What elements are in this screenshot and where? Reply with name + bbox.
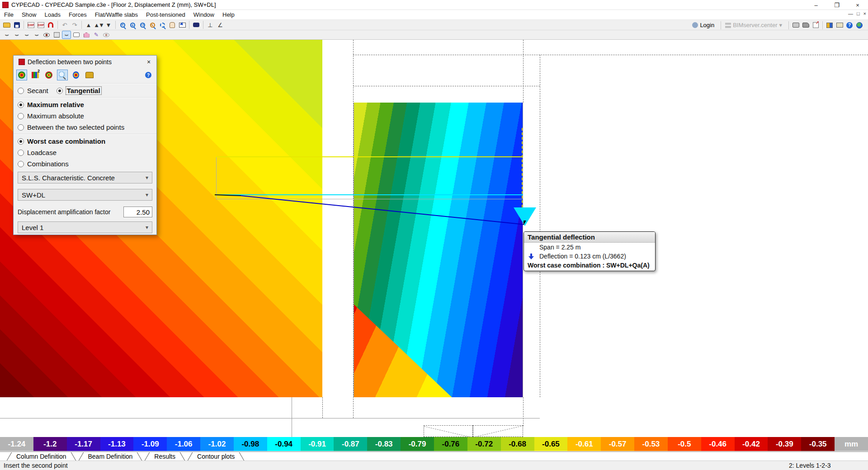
search-binoculars-icon[interactable] (192, 21, 201, 29)
resources-icon[interactable] (825, 21, 834, 29)
menu-file[interactable]: File (0, 10, 18, 19)
radio-worst-case-combination[interactable]: Worst case combination (14, 136, 156, 147)
level-dropdown[interactable]: Level 1 ▾ (18, 221, 152, 233)
color-map-icon[interactable] (71, 70, 81, 80)
dialog-close-icon[interactable]: × (144, 58, 154, 66)
deflection-arrow-icon[interactable]: ⌣ (12, 31, 21, 39)
mesh-forces-icon[interactable] (52, 31, 61, 39)
undo-icon[interactable]: ↶ (60, 21, 69, 29)
menu-loads[interactable]: Loads (40, 10, 64, 19)
status-message: Insert the second point (4, 462, 68, 469)
tab-column-definition[interactable]: Column Definition (14, 452, 69, 461)
bimserver-grid-icon[interactable] (723, 21, 732, 29)
amplification-input[interactable] (123, 207, 152, 217)
deflection-shape-icon[interactable]: ⌣ (2, 31, 11, 39)
deflection-between-two-points-icon[interactable]: ⌣ (62, 31, 71, 39)
minimize-button[interactable]: – (806, 0, 826, 10)
tab-results[interactable]: Results (151, 452, 178, 461)
object-snap-magnet-icon[interactable] (46, 21, 55, 29)
menu-post-tensioned[interactable]: Post-tensioned (142, 10, 189, 19)
go-to-floor-icon[interactable]: ▲▼ (94, 21, 103, 29)
login-button[interactable]: Login (700, 22, 714, 28)
beam-deflection-alt-icon[interactable]: ⌣ (32, 31, 41, 39)
dxf-templates-icon[interactable]: DXF (26, 21, 35, 29)
snapshot-icon[interactable] (801, 21, 810, 29)
radio-secant[interactable]: Secant (18, 87, 48, 94)
plan-line-vertical (292, 397, 292, 437)
menu-flat-waffle-slabs[interactable]: Flat/Waffle slabs (91, 10, 142, 19)
loadcase-dropdown[interactable]: SW+DL ▾ (18, 189, 152, 201)
menu-show[interactable]: Show (18, 10, 41, 19)
bimserver-caret-icon[interactable]: ▾ (779, 22, 782, 28)
radio-loadcase[interactable]: Loadcase (14, 147, 156, 158)
orthogonal-icon[interactable]: ⊥ (206, 21, 215, 29)
print-icon[interactable] (791, 21, 800, 29)
menu-window[interactable]: Window (189, 10, 218, 19)
tab-beam-definition[interactable]: Beam Definition (85, 452, 136, 461)
filled-contour-icon[interactable] (16, 70, 27, 80)
mdi-window-buttons[interactable]: —□× (848, 11, 866, 16)
mdi-close-icon[interactable]: × (863, 11, 866, 16)
down-arrow-icon (528, 254, 534, 259)
annotate-pen-icon[interactable]: ✎ (92, 31, 101, 39)
radio-combinations[interactable]: Combinations (14, 158, 156, 169)
save-icon[interactable] (12, 21, 21, 29)
zoom-previous-icon[interactable]: R (118, 21, 127, 29)
section-diagram-icon[interactable] (30, 70, 41, 80)
deflection-baseline (215, 194, 523, 195)
redo-icon[interactable]: ↷ (70, 21, 79, 29)
dxf-layers-icon[interactable]: DXF (36, 21, 45, 29)
radio-tangential-circle[interactable] (57, 88, 63, 94)
app-icon (2, 2, 9, 8)
switch-view-icon[interactable] (835, 21, 844, 29)
menu-forces[interactable]: Forces (65, 10, 91, 19)
scale-segment: -0.68 (501, 437, 534, 451)
grid-line-vertical (322, 397, 323, 418)
floor-up-icon[interactable]: ▲ (84, 21, 93, 29)
close-button[interactable]: × (847, 0, 868, 10)
full-screen-icon[interactable] (178, 21, 187, 29)
help-icon[interactable]: ? (845, 21, 854, 29)
radio-tangential[interactable]: Tangential (57, 87, 101, 94)
zoom-window-icon[interactable] (158, 21, 167, 29)
radio-maximum-absolute[interactable]: Maximum absolute (14, 110, 156, 122)
contour-plot-right-panel[interactable] (354, 103, 523, 397)
query-point-icon[interactable] (57, 70, 68, 80)
menu-help[interactable]: Help (218, 10, 239, 19)
redraw-icon[interactable]: ✎ (148, 21, 157, 29)
login-person-icon[interactable] (690, 21, 699, 29)
mouse-cursor (524, 221, 526, 225)
radio-maximum-relative[interactable]: Maximum relative (14, 99, 156, 110)
scale-segment: -0.83 (367, 437, 401, 451)
comment-bubble-icon[interactable] (72, 31, 81, 39)
tab-contour-plots[interactable]: Contour plots (194, 452, 237, 461)
contour-warm-corner (354, 265, 523, 397)
export-icon[interactable] (811, 21, 820, 29)
mdi-minimize-icon[interactable]: — (848, 11, 853, 16)
web-globe-icon[interactable] (855, 21, 864, 29)
cypecad-window: CYPECAD - CYPECAD Sample.c3e - [Floor 2,… (0, 0, 868, 470)
zoom-x2-icon[interactable]: ×2 (138, 21, 147, 29)
zoom-extents-icon[interactable]: ✣ (128, 21, 137, 29)
bimserver-button[interactable]: BIMserver.center (733, 22, 777, 28)
visibility-eye-icon[interactable] (102, 31, 111, 39)
dialog-title-bar[interactable]: Deflection between two points × (14, 56, 156, 68)
restore-button[interactable]: ❐ (826, 0, 847, 10)
dimension-icon[interactable]: ∠ (216, 21, 225, 29)
radio-between-two-points[interactable]: Between the two selected points (14, 122, 156, 133)
scale-segment: -0.98 (234, 437, 267, 451)
scale-segment: -0.35 (801, 437, 835, 451)
report-icon[interactable] (84, 70, 95, 80)
radio-secant-circle[interactable] (18, 88, 24, 94)
combination-group-dropdown[interactable]: S.L.S. Characteristic. Concrete ▾ (18, 172, 152, 183)
pan-icon[interactable] (168, 21, 177, 29)
beam-deflection-icon[interactable]: ⌣ (22, 31, 31, 39)
open-file-icon[interactable] (2, 21, 11, 29)
deflection-dialog: Deflection between two points × ? Secant… (13, 55, 157, 235)
floor-down-icon[interactable]: ▼ (104, 21, 113, 29)
isosurface-icon[interactable] (82, 31, 91, 39)
isolines-icon[interactable] (43, 70, 54, 80)
dialog-help-icon[interactable]: ? (143, 70, 154, 80)
mdi-restore-icon[interactable]: □ (857, 11, 860, 16)
view-results-eye-icon[interactable] (42, 31, 51, 39)
